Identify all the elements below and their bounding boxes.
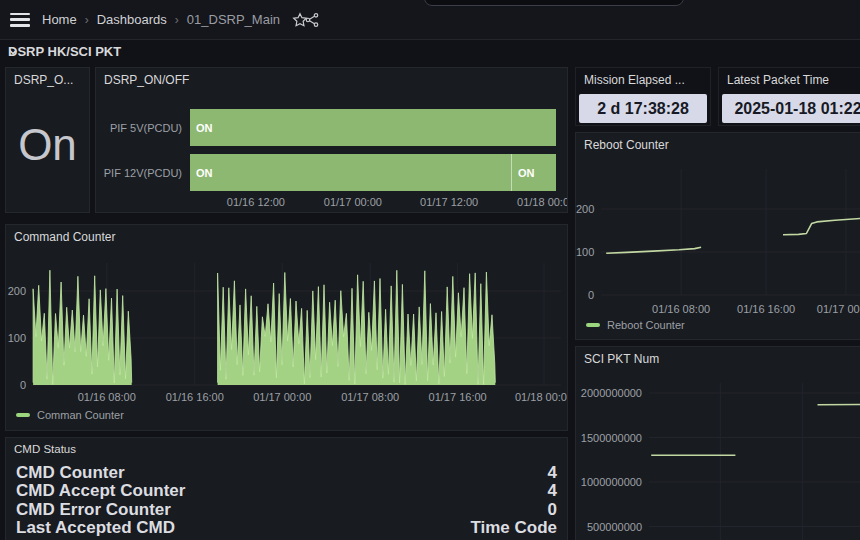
y-tick-label: 200 (6, 285, 26, 297)
x-tick-label: 01/17 08:00 (341, 391, 399, 403)
breadcrumb-item-01_dsrp_main[interactable]: 01_DSRP_Main (187, 12, 280, 27)
breadcrumb-separator: › (175, 13, 179, 27)
menu-icon[interactable] (10, 13, 30, 27)
cmd-status-value: 4 (548, 463, 557, 483)
y-tick-label: 500000000 (576, 521, 642, 533)
y-tick-label: 1000000000 (576, 476, 642, 488)
legend-swatch (586, 323, 600, 327)
y-tick-label: 200 (576, 203, 594, 215)
x-tick-label: 01/18 00:00 (517, 196, 568, 208)
panel-dsrp-on-off: DSRP_ON/OFF PIF 5V(PCDU)ONPIF 12V(PCDU)O… (95, 67, 568, 213)
cmd-status-value: 0 (548, 500, 557, 520)
x-tick-label: 01/17 00:00 (817, 303, 860, 315)
panel-title[interactable]: Command Counter (14, 230, 115, 244)
cmd-status-value: No error CMD is received (354, 537, 557, 540)
panel-title[interactable]: Mission Elapsed ... (584, 73, 685, 87)
timeline-segment[interactable]: ON (190, 109, 556, 146)
cmd-status-row: CMD Counter4 (16, 463, 557, 483)
timeline-segment[interactable]: ON (511, 154, 556, 191)
panel-dsrp-state: DSRP_O... On (5, 67, 90, 213)
timeline-state-label: ON (196, 167, 213, 179)
panel-sci-pkt-num: SCI PKT Num 5000000001000000000150000000… (575, 346, 860, 540)
cmd-status-label: Last Error CMD (16, 537, 141, 540)
state-timeline-chart[interactable]: PIF 5V(PCDU)ONPIF 12V(PCDU)ONON01/16 12:… (96, 68, 567, 212)
x-tick-label: 01/16 12:00 (227, 196, 285, 208)
cmd-status-row: CMD Accept Counter4 (16, 481, 557, 501)
cmd-status-value: 4 (548, 481, 557, 501)
panel-mission-elapsed: Mission Elapsed ... 2 d 17:38:28 (575, 67, 711, 126)
y-tick-label: 0 (6, 379, 26, 391)
command-counter-chart[interactable]: 010020001/16 08:0001/16 16:0001/17 00:00… (6, 225, 567, 430)
panel-title[interactable]: CMD Status (14, 443, 76, 455)
search-input[interactable] (424, 0, 684, 6)
x-tick-label: 01/16 16:00 (166, 391, 224, 403)
breadcrumb-item-home[interactable]: Home (42, 12, 77, 27)
cmd-status-row: Last Accepted CMDTime Code (16, 518, 557, 538)
breadcrumb-separator: › (85, 13, 89, 27)
chevron-down-icon (8, 47, 18, 57)
x-tick-label: 01/17 16:00 (429, 391, 487, 403)
cmd-status-row: CMD Error Counter0 (16, 500, 557, 520)
x-tick-label: 01/16 16:00 (737, 303, 795, 315)
legend-reboot-counter[interactable]: Reboot Counter (586, 319, 685, 331)
sci-pkt-num-chart[interactable]: 500000000100000000015000000002000000000 (576, 347, 860, 540)
y-tick-label: 100 (576, 246, 594, 258)
row-header-dsrp[interactable]: DSRP HK/SCI PKT (8, 44, 121, 59)
y-tick-label: 2000000000 (576, 387, 642, 399)
panel-title[interactable]: Latest Packet Time (727, 73, 829, 87)
cmd-status-label: CMD Counter (16, 463, 125, 483)
legend-command-counter[interactable]: Comman Counter (16, 409, 124, 421)
y-tick-label: 1500000000 (576, 432, 642, 444)
x-tick-label: 01/16 08:00 (78, 391, 136, 403)
x-tick-label: 01/17 00:00 (253, 391, 311, 403)
panel-latest-packet-time: Latest Packet Time 2025-01-18 01:22 (718, 67, 860, 126)
cmd-status-label: Last Accepted CMD (16, 518, 175, 538)
cmd-status-table: CMD Counter4CMD Accept Counter4CMD Error… (6, 438, 567, 540)
y-tick-label: 100 (6, 332, 26, 344)
timeline-state-label: ON (196, 122, 213, 134)
reboot-counter-chart[interactable]: 010020001/16 08:0001/16 16:0001/17 00:00 (576, 133, 860, 339)
cmd-status-label: CMD Error Counter (16, 500, 171, 520)
panel-title[interactable]: Reboot Counter (584, 138, 669, 152)
breadcrumb: Home›Dashboards›01_DSRP_Main (42, 12, 280, 27)
cmd-status-value: Time Code (470, 518, 557, 538)
panel-title[interactable]: DSRP_O... (14, 73, 73, 87)
legend-label: Reboot Counter (607, 319, 685, 331)
grafana-dashboard: Home›Dashboards›01_DSRP_Main DSRP HK/SCI… (0, 0, 860, 540)
timeline-state-label: ON (518, 167, 535, 179)
breadcrumb-item-dashboards[interactable]: Dashboards (97, 12, 167, 27)
legend-label: Comman Counter (37, 409, 124, 421)
panel-title[interactable]: SCI PKT Num (584, 352, 659, 366)
timeline-segment[interactable]: ON (190, 154, 511, 191)
x-tick-label: 01/18 00:00 (515, 391, 568, 403)
mission-elapsed-value: 2 d 17:38:28 (579, 94, 707, 123)
x-tick-label: 01/17 12:00 (420, 196, 478, 208)
panel-cmd-status: CMD Status CMD Counter4CMD Accept Counte… (5, 437, 568, 540)
cmd-status-label: CMD Accept Counter (16, 481, 185, 501)
timeline-row-label: PIF 12V(PCDU) (96, 167, 182, 179)
row-title: DSRP HK/SCI PKT (8, 44, 121, 59)
top-nav: Home›Dashboards›01_DSRP_Main (0, 0, 860, 40)
panel-command-counter: Command Counter 010020001/16 08:0001/16 … (5, 224, 568, 431)
timeline-row-label: PIF 5V(PCDU) (96, 122, 182, 134)
dsrp-state-value: On (6, 120, 89, 170)
x-tick-label: 01/17 00:00 (324, 196, 382, 208)
latest-packet-time-value: 2025-01-18 01:22 (722, 94, 860, 123)
x-tick-label: 01/16 08:00 (652, 303, 710, 315)
cmd-status-row: Last Error CMDNo error CMD is received (16, 537, 557, 540)
panel-title[interactable]: DSRP_ON/OFF (104, 73, 189, 87)
y-tick-label: 0 (576, 289, 594, 301)
panel-reboot-counter: Reboot Counter 010020001/16 08:0001/16 1… (575, 132, 860, 340)
legend-swatch (16, 413, 30, 417)
